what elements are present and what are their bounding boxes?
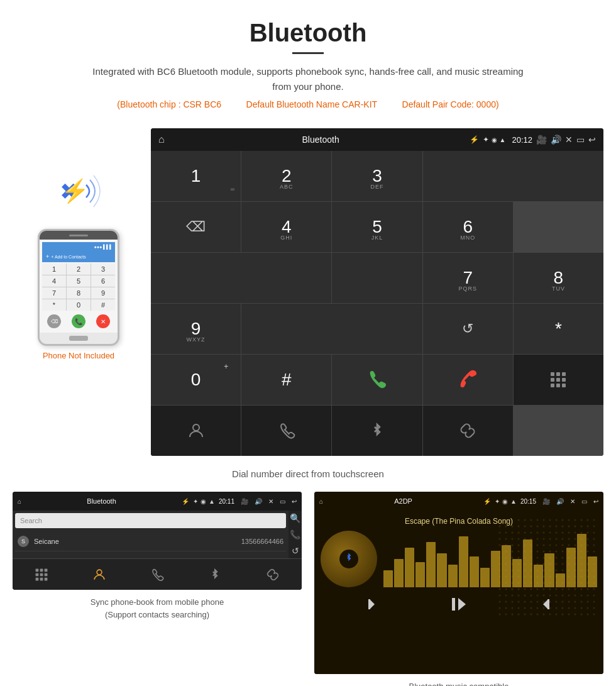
- pb-toolbar-bt[interactable]: [186, 559, 244, 590]
- dial-key-8[interactable]: 8 TUV: [514, 253, 603, 303]
- toolbar-contacts[interactable]: [151, 406, 241, 456]
- music-win-icon[interactable]: ▭: [581, 498, 587, 505]
- phone-dial-cell-7[interactable]: 7: [42, 287, 66, 299]
- dial-key-star[interactable]: *: [514, 304, 603, 354]
- toolbar-dialpad[interactable]: [514, 355, 603, 405]
- phone-dial-cell-8[interactable]: 8: [67, 287, 91, 299]
- music-caption-line1: Bluetooth music compatible: [409, 682, 509, 686]
- dial-empty-1: [423, 151, 603, 201]
- phone-dial-cell-0[interactable]: 0: [67, 299, 91, 311]
- dial-refresh[interactable]: ↺: [423, 304, 513, 354]
- pb-toolbar-contacts-active[interactable]: [70, 559, 128, 590]
- dial-call-green[interactable]: [332, 355, 422, 405]
- music-usb-icon: ⚡: [483, 498, 491, 505]
- music-bt-status-icon: ✦: [495, 498, 500, 505]
- pb-close-icon[interactable]: ✕: [268, 498, 273, 505]
- phone-dial-cell-5[interactable]: 5: [67, 275, 91, 287]
- title-divider: [292, 52, 324, 54]
- close-icon[interactable]: ✕: [565, 135, 573, 145]
- music-status-icons: ✦ ◉ ▲: [495, 498, 517, 505]
- toolbar-link[interactable]: [423, 406, 513, 456]
- wf-bar: [577, 534, 586, 588]
- music-card: ⌂ A2DP ⚡ ✦ ◉ ▲ 20:15 🎥 🔊 ✕ ▭ ↩: [314, 492, 603, 686]
- pb-cam-icon[interactable]: 🎥: [241, 498, 248, 505]
- dial-key-6[interactable]: 6 MNO: [423, 202, 513, 252]
- bt-waves-svg: ⚡: [53, 166, 104, 216]
- music-album-inner: [339, 550, 358, 568]
- pb-contact-row[interactable]: S Seicane 13566664466: [15, 532, 286, 551]
- toolbar-phone[interactable]: [241, 406, 331, 456]
- phone-toolbar-icon: [278, 422, 295, 440]
- svg-rect-17: [40, 577, 43, 580]
- phonebook-caption: Sync phone-book from mobile phone (Suppo…: [13, 596, 302, 621]
- pb-toolbar-dialpad[interactable]: [13, 559, 70, 590]
- pb-vol-icon[interactable]: 🔊: [255, 498, 262, 505]
- music-prev-btn[interactable]: [367, 597, 382, 616]
- pb-refresh-icon[interactable]: ↺: [292, 546, 299, 556]
- phone-call-btn[interactable]: 📞: [72, 314, 85, 328]
- pb-contact-number: 13566664466: [241, 538, 283, 545]
- music-close-icon[interactable]: ✕: [570, 498, 575, 505]
- home-icon[interactable]: ⌂: [158, 134, 165, 145]
- pb-win-icon[interactable]: ▭: [280, 498, 285, 505]
- pb-contact-name: Seicane: [34, 538, 241, 545]
- phone-dial-cell-3[interactable]: 3: [91, 263, 115, 275]
- dial-call-red[interactable]: [423, 355, 513, 405]
- phone-end-btn[interactable]: ✕: [96, 314, 110, 328]
- phone-dial-cell-4[interactable]: 4: [42, 275, 66, 287]
- phone-dial-cell-6[interactable]: 6: [91, 275, 115, 287]
- dial-backspace[interactable]: ⌫: [151, 202, 241, 252]
- dial-key-0[interactable]: 0 +: [151, 355, 241, 405]
- pb-toolbar-link[interactable]: [244, 559, 302, 590]
- call-green-svg: [366, 368, 388, 391]
- phone-dial-cell-star[interactable]: *: [42, 299, 66, 311]
- dial-key-5[interactable]: 5 JKL: [332, 202, 422, 252]
- pb-search-icon[interactable]: 🔍: [290, 513, 300, 523]
- phone-dial-cell-9[interactable]: 9: [91, 287, 115, 299]
- pb-call-icon[interactable]: 📞: [290, 529, 300, 539]
- window-icon[interactable]: ▭: [576, 135, 585, 145]
- svg-rect-0: [551, 372, 554, 376]
- back-icon[interactable]: ↩: [588, 135, 596, 145]
- music-vol-icon[interactable]: 🔊: [556, 498, 564, 505]
- usb-icon: ⚡: [470, 135, 479, 144]
- music-home-icon[interactable]: ⌂: [319, 498, 323, 505]
- pb-back-icon[interactable]: ↩: [292, 498, 297, 505]
- wf-bar: [405, 548, 414, 587]
- dial-key-2[interactable]: 2 ABC: [241, 151, 331, 201]
- phone-dial-cell-hash[interactable]: #: [91, 299, 115, 311]
- phone-dial-cell-2[interactable]: 2: [67, 263, 91, 275]
- music-cam-icon[interactable]: 🎥: [542, 498, 550, 505]
- dial-key-9[interactable]: 9 WXYZ: [151, 304, 241, 354]
- pb-toolbar-phone[interactable]: [128, 559, 186, 590]
- dial-caption: Dial number direct from touchscreen: [0, 468, 616, 479]
- volume-icon[interactable]: 🔊: [551, 135, 561, 145]
- toolbar-bluetooth[interactable]: [332, 406, 422, 456]
- wf-bar: [502, 545, 511, 588]
- link-icon: [459, 422, 476, 440]
- phone-mockup: ●●● ▌▌▌ + + Add to Contacts 1 2 3 4 5 6 …: [38, 229, 119, 346]
- phonebook-caption-line2: (Support contacts searching): [105, 610, 209, 619]
- dialpad-grid-icon: [549, 371, 567, 389]
- dial-key-7[interactable]: 7 PQRS: [423, 253, 513, 303]
- dial-key-hash[interactable]: #: [241, 355, 331, 405]
- music-album-art: [321, 531, 377, 587]
- car-time: 20:12: [512, 135, 532, 145]
- music-gps-icon: ◉: [502, 498, 508, 505]
- dial-key-3[interactable]: 3 DEF: [332, 151, 422, 201]
- dial-key-4[interactable]: 4 GHI: [241, 202, 331, 252]
- dial-key-1[interactable]: 1 ∞: [151, 151, 241, 201]
- wf-bar: [459, 536, 468, 587]
- pb-search-bar[interactable]: Search: [15, 513, 286, 528]
- pb-home-icon[interactable]: ⌂: [18, 498, 21, 505]
- wf-bar: [534, 565, 543, 587]
- phone-home-btn: [69, 336, 88, 341]
- phone-dial-cell-1[interactable]: 1: [42, 263, 66, 275]
- phone-top-bar: [40, 231, 118, 240]
- svg-rect-7: [556, 384, 560, 387]
- wf-bar: [556, 573, 565, 588]
- music-play-pause-btn[interactable]: [449, 595, 468, 617]
- camera-icon[interactable]: 🎥: [536, 135, 547, 145]
- music-back-icon[interactable]: ↩: [593, 498, 598, 505]
- phone-delete-btn[interactable]: ⌫: [47, 314, 61, 328]
